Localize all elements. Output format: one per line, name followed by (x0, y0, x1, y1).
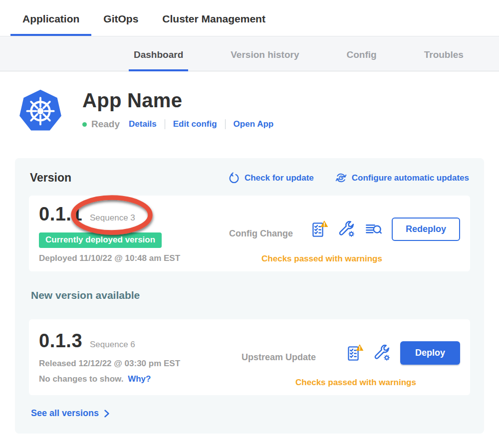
primary-nav: Application GitOps Cluster Management (0, 0, 499, 36)
available-version-number: 0.1.3 (39, 330, 82, 352)
app-header: App Name Ready Details Edit config Open … (19, 88, 499, 132)
configure-automatic-updates-link[interactable]: Configure automatic updates (335, 172, 469, 184)
available-sequence-label: Sequence 6 (90, 340, 135, 350)
version-panel-header: Version Check for update (29, 171, 470, 185)
preflight-checks-warning-icon[interactable] (346, 343, 364, 362)
gear-icon (349, 231, 354, 236)
current-version-info: 0.1.1 Sequence 3 Currently deployed vers… (39, 204, 211, 263)
available-version-card: 0.1.3 Sequence 6 Released 12/12/22 @ 03:… (29, 319, 470, 395)
why-link[interactable]: Why? (128, 374, 151, 384)
divider (165, 119, 165, 129)
tab-cluster-management[interactable]: Cluster Management (150, 0, 277, 36)
version-actions: Check for update Configure automatic upd… (228, 172, 469, 184)
app-header-text: App Name Ready Details Edit config Open … (82, 88, 273, 130)
version-heading: Version (30, 171, 71, 185)
see-all-versions-link[interactable]: See all versions (31, 408, 110, 419)
gear-icon (384, 355, 389, 360)
check-for-update-link[interactable]: Check for update (228, 172, 314, 184)
refresh-icon (228, 172, 240, 184)
status-row: Ready Details Edit config Open App (82, 119, 273, 130)
current-version-number: 0.1.1 (39, 204, 82, 225)
available-source-label: Upstream Update (211, 352, 346, 363)
released-timestamp: Released 12/12/22 @ 03:30 pm EST (39, 359, 211, 369)
current-source-label: Config Change (211, 228, 311, 239)
see-all-versions-label: See all versions (31, 408, 99, 419)
tab-dashboard[interactable]: Dashboard (129, 36, 188, 71)
current-version-card: 0.1.1 Sequence 3 Currently deployed vers… (29, 196, 470, 271)
tab-troubleshoot[interactable]: Troubles (419, 36, 469, 71)
new-version-heading: New version available (31, 289, 470, 301)
view-diff-icon[interactable] (365, 220, 383, 238)
edit-config-link[interactable]: Edit config (173, 119, 217, 129)
changes-summary: No changes to show. Why? (39, 374, 211, 384)
edit-config-wrench-icon[interactable] (373, 343, 391, 362)
chevron-right-icon (104, 410, 110, 418)
scheduled-update-icon (335, 172, 347, 184)
current-version-actions: Redeploy (311, 218, 460, 241)
details-link[interactable]: Details (129, 119, 157, 129)
preflight-status-text: Checks passed with warnings (295, 378, 416, 388)
status-badge: Ready (91, 119, 120, 130)
tab-config[interactable]: Config (342, 36, 382, 71)
deployed-timestamp: Deployed 11/10/22 @ 10:48 am EST (39, 253, 211, 263)
tab-application[interactable]: Application (10, 0, 91, 36)
preflight-status-text: Checks passed with warnings (261, 254, 382, 264)
no-changes-text: No changes to show. (39, 374, 123, 384)
deploy-button[interactable]: Deploy (400, 341, 460, 365)
preflight-checks-warning-icon[interactable] (311, 220, 329, 238)
current-sequence-label: Sequence 3 (90, 213, 135, 223)
page-title: App Name (82, 89, 273, 112)
available-version-actions: Deploy (346, 341, 460, 365)
divider (225, 119, 226, 129)
available-version-info: 0.1.3 Sequence 6 Released 12/12/22 @ 03:… (39, 330, 211, 384)
version-panel: Version Check for update (15, 158, 484, 434)
open-app-link[interactable]: Open App (234, 119, 274, 129)
check-for-update-label: Check for update (245, 173, 314, 183)
redeploy-button[interactable]: Redeploy (392, 218, 460, 241)
ready-status-dot-icon (82, 122, 87, 127)
kubernetes-logo-icon (19, 88, 62, 132)
secondary-nav: Dashboard Version history Config Trouble… (0, 36, 499, 71)
tab-gitops[interactable]: GitOps (91, 0, 150, 36)
currently-deployed-badge: Currently deployed version (39, 232, 162, 248)
tab-version-history[interactable]: Version history (226, 36, 304, 71)
configure-automatic-updates-label: Configure automatic updates (352, 173, 469, 183)
edit-config-wrench-icon[interactable] (338, 220, 356, 238)
